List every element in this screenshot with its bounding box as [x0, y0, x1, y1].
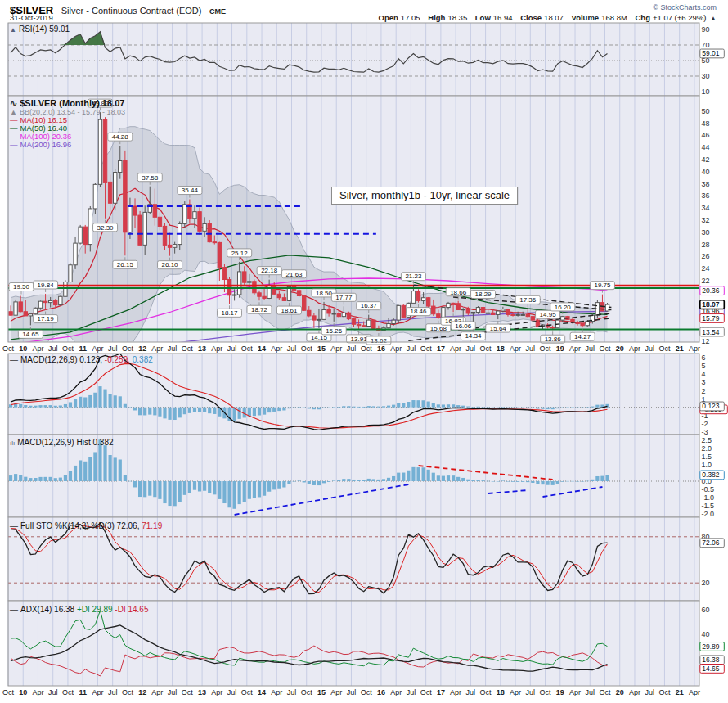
pdi-value: +DI 29.89: [74, 605, 112, 614]
svg-text:20: 20: [616, 688, 624, 696]
svg-text:Apr: Apr: [271, 345, 282, 353]
svg-text:0.382: 0.382: [702, 471, 720, 479]
chg-value: +1.07 (+6.29%): [653, 13, 707, 22]
rsi-legend-text: RSI(14) 59.01: [19, 25, 70, 34]
candle-down: [272, 286, 276, 294]
candle-down: [218, 242, 221, 267]
candle-up: [183, 205, 186, 224]
indicator-icon: ▲: [10, 26, 16, 34]
svg-text:Oct: Oct: [361, 345, 373, 353]
candle-up: [128, 206, 132, 232]
svg-text:4: 4: [702, 370, 706, 378]
svg-text:Jul: Jul: [645, 688, 654, 696]
candle-up: [442, 308, 445, 318]
svg-text:Jul: Jul: [48, 688, 58, 696]
svg-text:-0.5: -0.5: [702, 485, 715, 493]
candle-up: [59, 296, 62, 304]
open-value: 17.05: [401, 13, 420, 22]
svg-text:Oct: Oct: [2, 688, 15, 696]
svg-text:Oct: Oct: [361, 688, 373, 696]
svg-text:2: 2: [702, 387, 706, 395]
svg-text:Apr: Apr: [211, 345, 222, 353]
svg-text:37.58: 37.58: [142, 174, 159, 182]
svg-text:22.18: 22.18: [261, 267, 278, 274]
y-axis-rsi: 9070503010: [702, 25, 710, 96]
candle-down: [581, 324, 584, 326]
svg-text:Jul: Jul: [526, 345, 536, 353]
adx-legend: —ADX(14) 16.38 +DI 29.89 -DI 14.65: [10, 605, 149, 614]
candle-up: [411, 291, 415, 304]
candle-down: [158, 217, 161, 226]
candle-up: [143, 212, 146, 245]
svg-text:Jul: Jul: [347, 688, 357, 696]
macd-hist-legend: ılıMACD(12,26,9) Hist 0.382: [10, 438, 114, 447]
candle-up: [203, 223, 206, 231]
svg-text:Oct: Oct: [182, 688, 194, 696]
candle-down: [124, 160, 127, 232]
candle-up: [392, 320, 395, 323]
svg-text:Jul: Jul: [108, 688, 118, 696]
svg-text:Apr: Apr: [92, 345, 103, 353]
open-label: Open: [379, 13, 398, 22]
macd-hist-legend-text: MACD(12,26,9) Hist 0.382: [17, 438, 113, 447]
candle-down: [258, 293, 261, 296]
svg-text:44: 44: [702, 143, 710, 151]
candle-down: [511, 314, 515, 315]
svg-text:48: 48: [702, 119, 710, 128]
svg-text:10: 10: [702, 88, 710, 96]
candle-down: [456, 304, 460, 310]
candle-down: [263, 296, 266, 298]
svg-text:18.07: 18.07: [702, 300, 720, 309]
candle-down: [337, 313, 340, 317]
svg-text:Oct: Oct: [241, 345, 254, 353]
x-axis: Oct10AprJulOct11AprJulOct12AprJulOct13Ap…: [2, 345, 700, 353]
rsi-legend: ▲RSI(14) 59.01: [10, 25, 70, 34]
candle-down: [9, 312, 12, 315]
candle-down: [282, 298, 285, 301]
candle-up: [98, 119, 101, 184]
value-box: 0.123: [700, 402, 725, 411]
candle-up: [119, 160, 122, 172]
svg-text:Apr: Apr: [32, 688, 43, 696]
svg-text:Apr: Apr: [92, 688, 103, 696]
svg-text:Oct: Oct: [62, 688, 74, 696]
svg-text:Oct: Oct: [480, 345, 492, 353]
candle-down: [416, 291, 420, 301]
svg-text:16.37: 16.37: [361, 302, 378, 309]
stockcharts-copyright-link[interactable]: © StockCharts.com: [653, 3, 717, 11]
line-icon: —: [10, 355, 18, 364]
svg-text:Jul: Jul: [347, 345, 357, 353]
svg-text:Jul: Jul: [227, 345, 237, 353]
svg-text:Oct: Oct: [599, 688, 611, 696]
svg-text:Oct: Oct: [658, 688, 671, 696]
svg-text:Jul: Jul: [108, 345, 118, 353]
svg-text:Apr: Apr: [271, 688, 282, 696]
value-box: 0.382: [700, 471, 725, 480]
svg-text:Jul: Jul: [645, 345, 654, 353]
sto-d-value: 71.19: [139, 521, 162, 530]
svg-text:2.5: 2.5: [702, 436, 712, 444]
svg-text:Apr: Apr: [689, 688, 700, 696]
svg-text:Apr: Apr: [151, 688, 163, 696]
candle-up: [93, 184, 97, 209]
candle-up: [497, 311, 500, 314]
svg-text:18: 18: [497, 688, 505, 696]
svg-text:20: 20: [702, 579, 710, 587]
candle-down: [426, 298, 429, 306]
value-box: 13.54: [700, 327, 725, 336]
svg-text:Apr: Apr: [450, 688, 461, 696]
candle-up: [173, 245, 176, 248]
svg-text:10: 10: [19, 345, 27, 353]
svg-text:Oct: Oct: [420, 345, 433, 353]
svg-text:-2: -2: [702, 420, 708, 428]
svg-text:24: 24: [702, 264, 710, 273]
svg-text:18.17: 18.17: [222, 309, 239, 317]
svg-text:17: 17: [437, 688, 445, 696]
svg-text:34: 34: [702, 204, 710, 212]
sto-k-value: Full STO %K(14,3) %D(3) 72.06,: [20, 521, 139, 530]
svg-text:0.123: 0.123: [702, 402, 720, 410]
candle-up: [29, 314, 32, 316]
candle-up: [88, 209, 92, 245]
svg-text:15.79: 15.79: [702, 314, 720, 322]
candle-up: [461, 309, 465, 310]
